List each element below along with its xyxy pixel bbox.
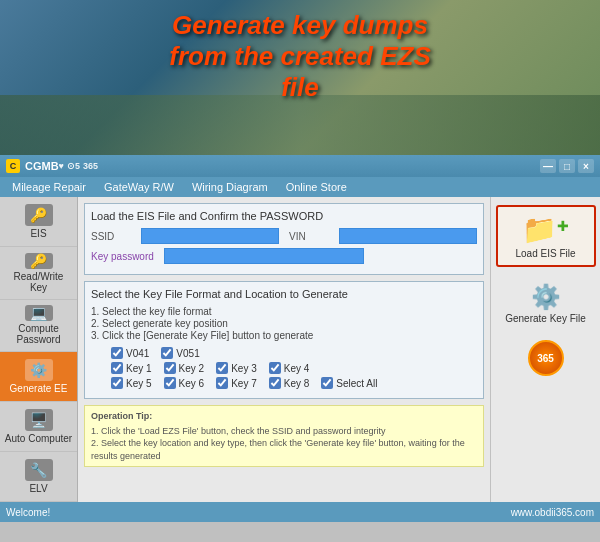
- key1-checkbox-item[interactable]: Key 1: [111, 362, 152, 374]
- tip-title: Operation Tip:: [91, 410, 477, 423]
- key3-checkbox-item[interactable]: Key 3: [216, 362, 257, 374]
- sidebar-item-elv[interactable]: 🔧 ELV: [0, 452, 77, 502]
- generate-key-label: Generate Key File: [505, 313, 586, 324]
- title-bar: C CGMB ♥ ⊙5 365 — □ ×: [0, 155, 600, 177]
- key8-checkbox[interactable]: [269, 377, 281, 389]
- section1-title: Load the EIS File and Confirm the PASSWO…: [91, 210, 477, 222]
- selectall-label: Select All: [336, 378, 377, 389]
- minimize-button[interactable]: —: [540, 159, 556, 173]
- selectall-checkbox-item[interactable]: Select All: [321, 377, 377, 389]
- key-password-label: Key password: [91, 251, 154, 262]
- section-key-format: Select the Key File Format and Location …: [84, 281, 484, 399]
- website-text: www.obdii365.com: [511, 507, 594, 518]
- generate-icon: ⚙️: [25, 359, 53, 381]
- instruction-1: 1. Select the key file format: [91, 306, 477, 317]
- key2-label: Key 2: [179, 363, 205, 374]
- v041-checkbox-item[interactable]: V041: [111, 347, 149, 359]
- ssid-input[interactable]: [141, 228, 279, 244]
- close-button[interactable]: ×: [578, 159, 594, 173]
- instruction-3: 3. Click the [Generate Key File] button …: [91, 330, 477, 341]
- readwrite-icon: 🔑: [25, 253, 53, 269]
- key7-checkbox[interactable]: [216, 377, 228, 389]
- content-area: 🔑 EIS 🔑 Read/Write Key 💻 Compute Passwor…: [0, 197, 600, 502]
- key3-checkbox[interactable]: [216, 362, 228, 374]
- app-icon: C: [6, 159, 20, 173]
- key4-checkbox-item[interactable]: Key 4: [269, 362, 310, 374]
- key6-checkbox[interactable]: [164, 377, 176, 389]
- sidebar-label-eis: EIS: [30, 228, 46, 239]
- status-icons: ♥ ⊙5 365: [59, 161, 98, 171]
- v041-checkbox[interactable]: [111, 347, 123, 359]
- menu-bar: Mileage Repair GateWay R/W Wiring Diagra…: [0, 177, 600, 197]
- load-file-button[interactable]: 📁✚ Load EIS File: [496, 205, 596, 267]
- key7-label: Key 7: [231, 378, 257, 389]
- menu-store[interactable]: Online Store: [278, 179, 355, 195]
- vin-input[interactable]: [339, 228, 477, 244]
- hero-text: Generate key dumps from the created EZS …: [0, 10, 600, 104]
- key4-checkbox[interactable]: [269, 362, 281, 374]
- tip-line1: 1. Click the 'Load EZS File' button, che…: [91, 425, 477, 438]
- sidebar-label-elv: ELV: [29, 483, 47, 494]
- v051-checkbox-item[interactable]: V051: [161, 347, 199, 359]
- keys-row2: Key 5 Key 6 Key 7 Key 8 Select All: [91, 377, 477, 389]
- key1-checkbox[interactable]: [111, 362, 123, 374]
- sidebar-item-eis[interactable]: 🔑 EIS: [0, 197, 77, 247]
- welcome-text: Welcome!: [6, 507, 50, 518]
- main-panel: Load the EIS File and Confirm the PASSWO…: [78, 197, 490, 502]
- auto-icon: 🖥️: [25, 409, 53, 431]
- menu-wiring[interactable]: Wiring Diagram: [184, 179, 276, 195]
- sidebar-label-auto: Auto Computer: [5, 433, 72, 444]
- ssid-row: SSID VIN: [91, 228, 477, 244]
- logo-365: 365: [528, 340, 564, 376]
- v051-checkbox[interactable]: [161, 347, 173, 359]
- compute-icon: 💻: [25, 305, 53, 321]
- sidebar: 🔑 EIS 🔑 Read/Write Key 💻 Compute Passwor…: [0, 197, 78, 502]
- key8-checkbox-item[interactable]: Key 8: [269, 377, 310, 389]
- menu-gateway[interactable]: GateWay R/W: [96, 179, 182, 195]
- sidebar-item-readwrite[interactable]: 🔑 Read/Write Key: [0, 247, 77, 300]
- key2-checkbox-item[interactable]: Key 2: [164, 362, 205, 374]
- keys-row1: Key 1 Key 2 Key 3 Key 4: [91, 362, 477, 374]
- key-password-input[interactable]: [164, 248, 364, 264]
- keypassword-row: Key password: [91, 248, 477, 264]
- sidebar-item-auto[interactable]: 🖥️ Auto Computer: [0, 402, 77, 452]
- sidebar-label-compute: Compute Password: [4, 323, 73, 345]
- version-row: V041 V051: [91, 347, 477, 359]
- eis-icon: 🔑: [25, 204, 53, 226]
- v051-label: V051: [176, 348, 199, 359]
- key5-checkbox[interactable]: [111, 377, 123, 389]
- elv-icon: 🔧: [25, 459, 53, 481]
- key6-checkbox-item[interactable]: Key 6: [164, 377, 205, 389]
- hero-banner: Generate key dumps from the created EZS …: [0, 0, 600, 155]
- key2-checkbox[interactable]: [164, 362, 176, 374]
- key5-checkbox-item[interactable]: Key 5: [111, 377, 152, 389]
- generate-key-button[interactable]: ⚙️ Generate Key File: [496, 277, 596, 330]
- section-load-eis: Load the EIS File and Confirm the PASSWO…: [84, 203, 484, 275]
- sidebar-item-generate[interactable]: ⚙️ Generate EE: [0, 352, 77, 402]
- load-file-icon: 📁✚: [522, 213, 569, 246]
- operation-tip: Operation Tip: 1. Click the 'Load EZS Fi…: [84, 405, 484, 467]
- generate-key-icon: ⚙️: [531, 283, 561, 311]
- key5-label: Key 5: [126, 378, 152, 389]
- sidebar-label-generate: Generate EE: [10, 383, 68, 394]
- key7-checkbox-item[interactable]: Key 7: [216, 377, 257, 389]
- v041-label: V041: [126, 348, 149, 359]
- selectall-checkbox[interactable]: [321, 377, 333, 389]
- window-controls[interactable]: — □ ×: [540, 159, 594, 173]
- instruction-list: 1. Select the key file format 2. Select …: [91, 306, 477, 341]
- instruction-2: 2. Select generate key position: [91, 318, 477, 329]
- vin-label: VIN: [289, 231, 329, 242]
- sidebar-item-compute[interactable]: 💻 Compute Password: [0, 300, 77, 353]
- bottom-bar: Welcome! www.obdii365.com: [0, 502, 600, 522]
- right-panel: 📁✚ Load EIS File ⚙️ Generate Key File 36…: [490, 197, 600, 502]
- sidebar-label-readwrite: Read/Write Key: [4, 271, 73, 293]
- menu-mileage-repair[interactable]: Mileage Repair: [4, 179, 94, 195]
- tip-line2: 2. Select the key location and key type,…: [91, 437, 477, 462]
- maximize-button[interactable]: □: [559, 159, 575, 173]
- key1-label: Key 1: [126, 363, 152, 374]
- key4-label: Key 4: [284, 363, 310, 374]
- key6-label: Key 6: [179, 378, 205, 389]
- app-title: CGMB: [25, 160, 59, 172]
- load-file-label: Load EIS File: [515, 248, 575, 259]
- ssid-label: SSID: [91, 231, 131, 242]
